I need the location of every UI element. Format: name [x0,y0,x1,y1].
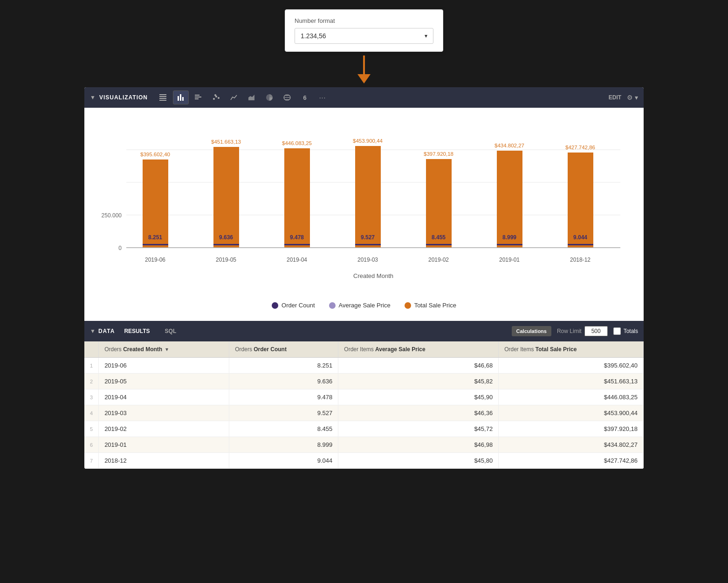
arrow-shaft [363,56,365,74]
svg-text:2019-02: 2019-02 [428,257,449,263]
row-total-price: $446.083,25 [499,389,644,405]
legend-dot-avg-price [329,302,336,309]
svg-text:2019-06: 2019-06 [145,257,165,263]
table-header-avg-price[interactable]: Order Items Average Sale Price [338,341,499,358]
list-chart-icon[interactable] [191,90,206,104]
svg-text:$451.663,13: $451.663,13 [211,139,241,145]
row-month: 2019-05 [99,374,229,389]
row-index: 2 [84,374,99,389]
totals-label: Totals [624,328,638,334]
svg-text:8.251: 8.251 [148,234,162,241]
row-month: 2019-04 [99,389,229,405]
svg-text:2019-03: 2019-03 [357,257,378,263]
table-row: 3 2019-04 9.478 $45,90 $446.083,25 [84,389,644,405]
map-icon[interactable] [279,90,295,104]
table-row: 7 2018-12 9.044 $45,80 $427.742,86 [84,453,644,469]
number-format-value: 1.234,56 [301,32,326,40]
row-index: 6 [84,437,99,453]
row-order-count: 9.636 [229,374,338,389]
row-limit-label: Row Limit [557,328,582,334]
row-index: 4 [84,405,99,421]
row-avg-price: $45,72 [338,421,499,437]
gear-icon[interactable]: ⚙ ▾ [627,94,638,101]
totals-checkbox[interactable]: Totals [613,327,638,335]
row-limit-input[interactable] [584,326,608,336]
ordercount-2019-05 [213,244,239,245]
svg-text:$397.920,18: $397.920,18 [424,151,453,157]
row-order-count: 8.251 [229,358,338,374]
ordercount-2019-03 [355,244,381,245]
legend-dot-total-price [405,302,411,309]
svg-text:$446.083,25: $446.083,25 [282,140,312,146]
calculations-button[interactable]: Calculations [512,326,551,336]
legend-total-price: Total Sale Price [405,302,456,309]
bar-2019-05 [213,147,239,248]
svg-rect-0 [159,94,166,95]
table-header-index [84,341,99,358]
svg-text:8.455: 8.455 [432,234,446,241]
table-row: 1 2019-06 8.251 $46,68 $395.602,40 [84,358,644,374]
data-title: DATA [98,328,115,334]
legend-avg-price: Average Sale Price [329,302,391,309]
sql-tab[interactable]: SQL [158,325,184,337]
bar-2019-04 [284,148,310,248]
main-panel: ▼ VISUALIZATION 6 ··· [84,87,644,469]
svg-rect-9 [195,98,199,99]
row-total-price: $434.802,27 [499,437,644,453]
table-header-total-price[interactable]: Order Items Total Sale Price [499,341,644,358]
row-index: 1 [84,358,99,374]
row-order-count: 9.478 [229,389,338,405]
line-chart-icon[interactable] [226,90,242,104]
row-avg-price: $46,98 [338,437,499,453]
row-avg-price: $45,82 [338,374,499,389]
chart-area: 250.000 0 $395.602,40 8.251 2019-06 $451… [84,108,644,321]
number-icon[interactable]: 6 [297,90,313,104]
svg-rect-3 [159,100,166,101]
row-index: 7 [84,453,99,469]
row-order-count: 9.527 [229,405,338,421]
chart-legend: Order Count Average Sale Price Total Sal… [98,296,630,316]
row-index: 3 [84,389,99,405]
svg-text:Created Month: Created Month [353,272,393,279]
table-row: 6 2019-01 8.999 $46,98 $434.802,27 [84,437,644,453]
scatter-icon[interactable] [208,90,224,104]
edit-button[interactable]: EDIT [609,94,621,101]
table-row: 4 2019-03 9.527 $46,36 $453.900,44 [84,405,644,421]
visualization-header: ▼ VISUALIZATION 6 ··· [84,87,644,108]
table-row: 5 2019-02 8.455 $45,72 $397.920,18 [84,421,644,437]
svg-text:$395.602,40: $395.602,40 [140,152,170,157]
data-header: ▼ DATA RESULTS SQL Calculations Row Limi… [84,321,644,341]
number-format-select[interactable]: 1.234,56 ▾ [295,28,433,44]
row-index: 5 [84,421,99,437]
area-chart-icon[interactable] [244,90,260,104]
svg-rect-6 [182,97,184,101]
svg-point-13 [214,94,216,96]
bar-2019-01 [497,151,522,248]
totals-checkbox-box[interactable] [613,327,621,335]
ordercount-2018-12 [568,244,593,245]
table-header-order-count[interactable]: Orders Order Count [229,341,338,358]
viz-collapse-arrow[interactable]: ▼ [90,94,96,101]
table-header-month[interactable]: Orders Created Month ▾ [99,341,229,358]
svg-text:250.000: 250.000 [102,212,122,219]
legend-order-count: Order Count [272,302,315,309]
row-month: 2019-01 [99,437,229,453]
pie-chart-icon[interactable] [261,90,277,104]
bar-chart-icon[interactable] [173,90,189,104]
results-tab[interactable]: RESULTS [117,325,157,337]
row-total-price: $395.602,40 [499,358,644,374]
ordercount-2019-06 [143,244,168,245]
more-icon[interactable]: ··· [315,90,330,104]
bar-2018-12 [568,153,593,248]
row-total-price: $451.663,13 [499,374,644,389]
table-view-icon[interactable] [155,90,171,104]
arrow-head [357,74,371,83]
table-row: 2 2019-05 9.636 $45,82 $451.663,13 [84,374,644,389]
svg-text:2018-12: 2018-12 [570,257,591,263]
data-collapse-arrow[interactable]: ▼ [90,328,96,334]
svg-text:9.527: 9.527 [361,234,375,241]
chevron-down-icon: ▾ [425,33,427,39]
arrow-indicator [357,56,371,83]
number-format-popup: Number format 1.234,56 ▾ [285,9,443,52]
svg-rect-7 [195,95,199,96]
